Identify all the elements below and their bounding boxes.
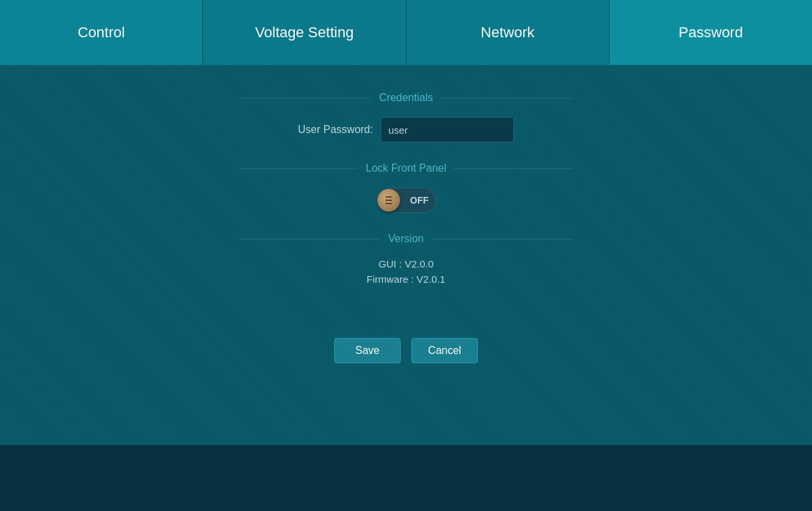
toggle-state-label: OFF — [410, 195, 429, 206]
toggle-knob-line-1 — [385, 196, 392, 198]
divider-right-lock — [454, 168, 572, 169]
tab-voltage-setting[interactable]: Voltage Setting — [203, 0, 406, 65]
lock-front-panel-title: Lock Front Panel — [366, 162, 447, 174]
version-section: Version GUI : V2.0.0 Firmware : V2.0.1 — [240, 233, 572, 285]
toggle-knob — [377, 189, 400, 212]
credentials-section: Credentials User Password: — [240, 92, 572, 142]
credentials-title: Credentials — [379, 92, 433, 104]
version-title: Version — [388, 233, 423, 245]
divider-left-credentials — [240, 98, 371, 98]
divider-right-credentials — [441, 98, 572, 98]
user-password-input[interactable] — [381, 117, 514, 142]
buttons-row: Save Cancel — [334, 338, 478, 363]
divider-right-version — [432, 239, 572, 240]
toggle-container: OFF — [376, 188, 436, 213]
footer-bar — [0, 444, 812, 511]
credentials-row: User Password: — [298, 117, 514, 142]
tab-control[interactable]: Control — [0, 0, 203, 65]
gui-version: GUI : V2.0.0 — [379, 258, 434, 269]
credentials-header: Credentials — [240, 92, 572, 104]
lock-front-panel-section: Lock Front Panel OFF — [240, 162, 572, 213]
password-label: User Password: — [298, 124, 373, 136]
lock-front-panel-header: Lock Front Panel — [240, 162, 572, 174]
tab-network[interactable]: Network — [407, 0, 610, 65]
cancel-button[interactable]: Cancel — [411, 338, 478, 363]
divider-left-lock — [240, 168, 358, 169]
toggle-knob-line-3 — [385, 203, 392, 204]
tab-password[interactable]: Password — [610, 0, 812, 65]
main-content: Credentials User Password: Lock Front Pa… — [0, 65, 812, 444]
version-info: GUI : V2.0.0 Firmware : V2.0.1 — [367, 258, 445, 285]
divider-left-version — [240, 239, 380, 240]
save-button[interactable]: Save — [334, 338, 401, 363]
toggle-knob-lines — [385, 196, 392, 204]
lock-toggle[interactable]: OFF — [376, 188, 436, 213]
tab-bar: Control Voltage Setting Network Password — [0, 0, 812, 65]
version-header: Version — [240, 233, 572, 245]
firmware-version: Firmware : V2.0.1 — [367, 273, 445, 285]
toggle-knob-line-2 — [385, 200, 392, 201]
